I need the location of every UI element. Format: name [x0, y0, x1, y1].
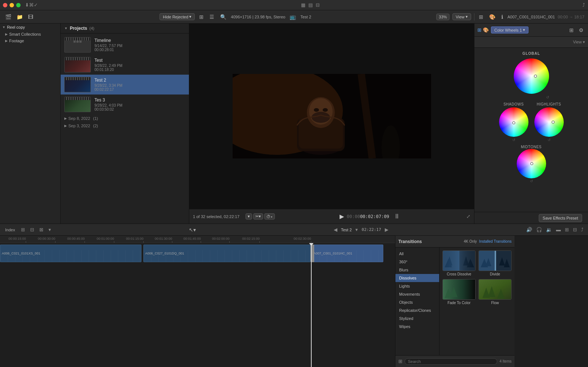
trans-cat-objects[interactable]: Objects [395, 298, 439, 306]
viewer-clip-btn[interactable]: ▾ [245, 213, 252, 220]
ruler-tick-8: 00:02:00:00 [212, 237, 230, 240]
grid2-icon[interactable]: ▤ [308, 2, 313, 8]
timeline-audio-icon[interactable]: ▾ [47, 226, 53, 233]
project-item-tes3[interactable]: Tes 3 9/28/22, 4:03 PM 00:03:50:02 [61, 95, 189, 114]
tl-forward-icon[interactable]: ▶ [383, 226, 390, 233]
event-icon[interactable]: 📁 [15, 13, 24, 21]
transition-fade-to-color[interactable]: Fade To Color [442, 279, 476, 305]
project-item-test[interactable]: Test 9/28/22, 2:49 PM 00:01:18:20 [61, 55, 189, 75]
arrow-tool-icon[interactable]: ↖▾ [187, 226, 197, 234]
download-icon[interactable]: ⬇ [25, 2, 29, 8]
tl-export-icon[interactable]: ⊟ [571, 226, 578, 233]
footage-collapse-icon: ▶ [5, 39, 8, 43]
proj-info-tes3: Tes 3 9/28/22, 4:03 PM 00:03:50:02 [94, 97, 185, 111]
inspector-curves-icon[interactable]: 🎨 [483, 27, 489, 33]
color-wheels-tab[interactable]: Color Wheels 1 ▾ [491, 26, 528, 33]
tl-back-icon[interactable]: ◀ [332, 226, 339, 233]
tl-snapshot-icon[interactable]: ⊞ [563, 226, 570, 233]
shadows-reset[interactable]: ↺ [512, 138, 515, 142]
trans-cat-stylized[interactable]: Stylized [395, 314, 439, 323]
tl-blue1-icon[interactable]: ▬ [555, 226, 562, 233]
browser-list: Timeline 9/14/22, 7:57 PM 00:00:28:01 Te… [61, 33, 189, 224]
sidebar-root-item[interactable]: ▼ Reel copy [0, 24, 60, 31]
transitions-4k-filter[interactable]: 4K Only [464, 239, 477, 243]
transitions-foot-icon[interactable]: ⊞ [398, 359, 402, 364]
trans-cat-wipes[interactable]: Wipes [395, 323, 439, 331]
ruler-tick-2: 00:00:30:00 [38, 237, 55, 240]
midtones-reset[interactable]: ↺ [478, 179, 584, 183]
viewer-tool-btn[interactable]: ✂▾ [253, 213, 263, 220]
library-icon[interactable]: 🎬 [4, 13, 13, 21]
transition-flow[interactable]: Flow [478, 279, 512, 305]
hide-rejected-button[interactable]: Hide Rejected ▾ [159, 13, 195, 20]
transitions-search-input[interactable] [405, 358, 497, 365]
key-icon[interactable]: ⌘ [29, 2, 34, 8]
transitions-installed-filter[interactable]: Installed Transitions [479, 239, 512, 243]
trans-cat-dissolves[interactable]: Dissolves [395, 274, 439, 282]
project-icon[interactable]: 🎞 [26, 13, 35, 21]
timeline-clip-a007[interactable]: A007_C001_0101HC_001 [312, 245, 383, 262]
sidebar-item-footage[interactable]: ▶ Footage [0, 38, 60, 44]
sidebar-footage-label: Footage [9, 39, 24, 43]
view-button[interactable]: View ▾ [452, 13, 471, 20]
zoom-level[interactable]: 33% [436, 14, 449, 20]
save-effects-button[interactable]: Save Effects Preset [539, 214, 582, 222]
tl-vol-icon[interactable]: 🔉 [545, 226, 553, 233]
list-view-icon[interactable]: ☰ [208, 13, 216, 21]
trans-cat-360[interactable]: 360° [395, 258, 439, 266]
timeline-settings-icon[interactable]: ⊠ [38, 226, 45, 233]
midtones-color-wheel[interactable] [517, 149, 546, 178]
clip-view-icon[interactable]: ⊞ [198, 13, 205, 21]
monitor-icon[interactable]: 📺 [288, 13, 297, 21]
tl-share-icon[interactable]: ⤴ [580, 226, 585, 233]
inspector-icon2[interactable]: 🎨 [488, 13, 497, 21]
transition-cross-dissolve[interactable]: Cross Dissolve [442, 250, 476, 276]
inspector-wheels-icon[interactable]: ⊞ [477, 27, 481, 33]
tl-audio2-icon[interactable]: 🎧 [535, 226, 544, 233]
tl-clip-dropdown[interactable]: ▾ [354, 226, 359, 233]
project-item-test2[interactable]: Test 2 9/28/22, 3:34 PM 00:02:22:17 [61, 75, 189, 95]
trans-cat-lights[interactable]: Lights [395, 282, 439, 290]
highlights-reset[interactable]: ↺ [548, 138, 551, 142]
timeline-clip-a006[interactable]: A006_C021_0101XS_001 [0, 245, 141, 262]
viewer-speed-btn[interactable]: ⏱▾ [264, 213, 275, 220]
inspector-icon1[interactable]: ⊞ [477, 13, 485, 21]
search-icon[interactable]: 🔍 [219, 13, 228, 21]
check-icon[interactable]: ✓ [34, 2, 38, 8]
tl-audio1-icon[interactable]: 🔊 [525, 226, 534, 233]
highlights-color-wheel[interactable] [534, 107, 564, 137]
trans-cat-all[interactable]: All [395, 250, 439, 258]
selection-info: 1 of 32 selected, 02:22:17 [193, 214, 240, 219]
sidebar-item-smart-collections[interactable]: ▶ Smart Collections [0, 31, 60, 38]
grid1-icon[interactable]: ▦ [301, 2, 305, 8]
trans-cat-replicator[interactable]: Replicator/Clones [395, 306, 439, 314]
date-group-sep3[interactable]: ▶ Sep 3, 2022 (2) [61, 122, 189, 129]
timeline-clip-a006q[interactable]: A006_C027_0101DQ_001 [143, 245, 311, 262]
index-label[interactable]: Index [3, 227, 17, 233]
timeline-blade-icon[interactable]: ⊟ [29, 226, 36, 233]
browser-collapse-icon[interactable]: ▼ [64, 26, 68, 30]
play-button[interactable]: ▶ [340, 213, 344, 220]
inspector-settings-icon[interactable]: ⚙ [577, 26, 585, 34]
global-reset-icon[interactable]: ↺ [514, 95, 549, 99]
shadows-color-wheel[interactable] [499, 107, 528, 137]
trans-cat-movements[interactable]: Movements [395, 290, 439, 298]
close-button[interactable] [3, 3, 7, 7]
transition-divide[interactable]: Divide [478, 250, 512, 276]
maximize-button[interactable] [16, 3, 21, 7]
project-item-timeline[interactable]: Timeline 9/14/22, 7:57 PM 00:00:28:01 [61, 35, 189, 55]
inspector-action-icon[interactable]: ⊞ [568, 26, 575, 34]
date-group-sep8[interactable]: ▶ Sep 8, 2022 (1) [61, 114, 189, 122]
minimize-button[interactable] [10, 3, 14, 7]
browser-count: (4) [89, 26, 94, 31]
global-color-wheel[interactable] [514, 58, 549, 94]
view-dropdown[interactable]: View ▾ [573, 40, 585, 44]
timeline-clip-icon[interactable]: ⊞ [19, 226, 26, 233]
fullscreen-button[interactable]: ⤢ [466, 214, 470, 219]
info-icon[interactable]: ℹ [500, 13, 505, 21]
divide-label: Divide [490, 272, 500, 276]
playhead[interactable] [311, 243, 312, 367]
grid3-icon[interactable]: ⊟ [316, 2, 320, 8]
export-icon[interactable]: ⤴ [582, 2, 585, 8]
trans-cat-blurs[interactable]: Blurs [395, 266, 439, 274]
